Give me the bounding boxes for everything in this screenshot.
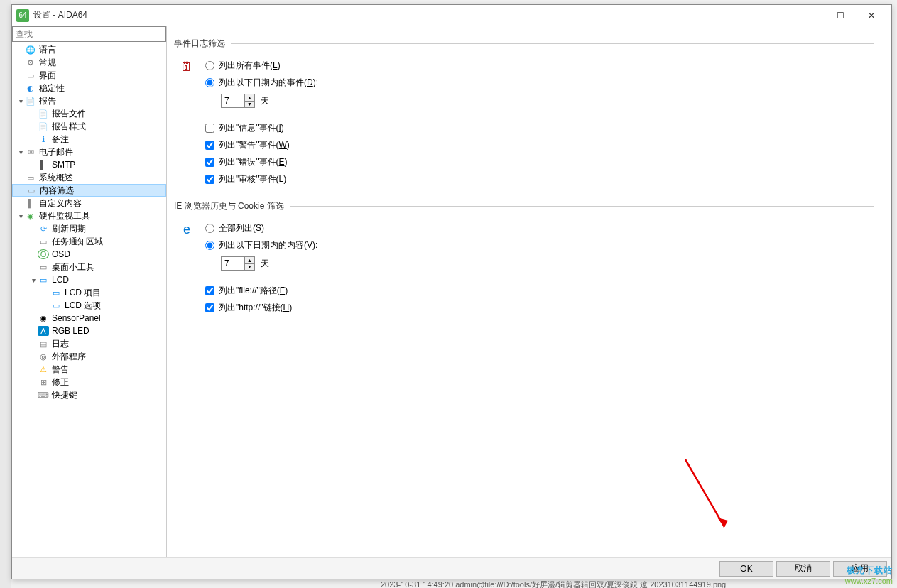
tree-item-自定义内容[interactable]: ▌自定义内容	[12, 197, 166, 209]
dialog-footer: OK 取消 应用	[12, 557, 891, 579]
tree-item-警告[interactable]: ⚠警告	[12, 363, 166, 376]
radio-list-all-ie[interactable]: 全部列出(S)	[205, 219, 874, 236]
search-box[interactable]	[12, 26, 166, 42]
tree-label: 任务通知区域	[52, 236, 103, 248]
spin-down-icon[interactable]: ▼	[245, 102, 254, 108]
tree-icon: 📄	[38, 121, 49, 131]
tree-label: 常规	[39, 57, 56, 69]
check-warning-input[interactable]	[205, 141, 214, 150]
tree-icon: ▭	[25, 173, 36, 183]
tree-item-LCD[interactable]: ▾▭LCD	[12, 273, 166, 286]
radio-list-days-ie[interactable]: 列出以下日期内的内容(V):	[205, 236, 874, 254]
spin-up-icon[interactable]: ▲	[245, 257, 254, 264]
spin-down-icon[interactable]: ▼	[245, 264, 254, 271]
check-audit-input[interactable]	[205, 175, 214, 184]
tree-label: 日志	[52, 338, 69, 350]
tree-item-外部程序[interactable]: ◎外部程序	[12, 350, 166, 363]
settings-window: 64 设置 - AIDA64 ─ ☐ ✕ 🌐语言⚙常规▭界面◐稳定性▾📄报告📄报…	[11, 4, 892, 579]
apply-button[interactable]: 应用	[833, 561, 887, 577]
tree-item-报告样式[interactable]: 📄报告样式	[12, 120, 166, 133]
check-error-input[interactable]	[205, 158, 214, 167]
collapse-icon[interactable]: ▾	[16, 97, 25, 105]
close-button[interactable]: ✕	[856, 6, 887, 26]
tree-label: 界面	[39, 70, 56, 82]
event-days-input[interactable]	[221, 94, 245, 108]
tree-item-硬件监视工具[interactable]: ▾◉硬件监视工具	[12, 209, 166, 222]
tree-item-系统概述[interactable]: ▭系统概述	[12, 171, 166, 184]
collapse-icon[interactable]: ▾	[29, 276, 38, 284]
tree-item-电子邮件[interactable]: ▾✉电子邮件	[12, 146, 166, 158]
tree-item-内容筛选[interactable]: ▭内容筛选	[12, 184, 166, 197]
tree-icon: ▭	[50, 300, 62, 310]
tree-item-日志[interactable]: ▤日志	[12, 337, 166, 350]
tree-item-RGB LED[interactable]: ARGB LED	[12, 325, 166, 337]
tree-icon: ℹ	[38, 134, 49, 144]
collapse-icon[interactable]: ▾	[16, 212, 25, 220]
ie-days-input[interactable]	[221, 256, 245, 271]
tree-item-SMTP[interactable]: ▌SMTP	[12, 158, 166, 171]
tree-icon: ⌨	[38, 390, 49, 400]
tree-icon: ⚠	[38, 364, 49, 374]
search-input[interactable]	[16, 29, 163, 39]
tree-item-稳定性[interactable]: ◐稳定性	[12, 82, 166, 94]
check-info-input[interactable]	[205, 124, 214, 133]
check-file-paths[interactable]: 列出"file://"路径(F)	[205, 282, 874, 299]
check-audit-events[interactable]: 列出"审核"事件(L)	[205, 170, 874, 187]
tree-label: 系统概述	[39, 172, 73, 184]
svg-marker-1	[717, 518, 728, 527]
check-error-events[interactable]: 列出"错误"事件(E)	[205, 153, 874, 170]
tree-item-LCD 选项[interactable]: ▭LCD 选项	[12, 299, 166, 312]
tree-label: LCD	[52, 275, 69, 285]
event-days-spinner[interactable]: ▲▼	[221, 94, 255, 108]
tree-item-修正[interactable]: ⊞修正	[12, 376, 166, 388]
status-bar: 2023-10-31 14:49:20 admin@file:///D:/too…	[11, 579, 892, 588]
radio-list-all-events-input[interactable]	[205, 61, 214, 70]
radio-list-all-events[interactable]: 列出所有事件(L)	[205, 57, 874, 74]
check-info-events[interactable]: 列出"信息"事件(I)	[205, 119, 874, 136]
check-http-links[interactable]: 列出"http://"链接(H)	[205, 299, 874, 316]
radio-list-days-ie-input[interactable]	[205, 241, 214, 250]
tree-icon: ⚙	[25, 58, 36, 67]
tree-icon: 📄	[25, 96, 36, 106]
ie-days-spinner[interactable]: ▲▼	[221, 256, 255, 271]
titlebar: 64 设置 - AIDA64 ─ ☐ ✕	[12, 5, 891, 26]
edge-icon: e	[177, 219, 197, 239]
tree-icon: ◉	[25, 211, 36, 221]
tree-item-LCD 项目[interactable]: ▭LCD 项目	[12, 286, 166, 299]
check-file-input[interactable]	[205, 286, 214, 295]
tree-item-SensorPanel[interactable]: ◉SensorPanel	[12, 312, 166, 325]
radio-list-all-ie-input[interactable]	[205, 224, 214, 233]
tree-item-快捷键[interactable]: ⌨快捷键	[12, 388, 166, 401]
radio-list-days-events[interactable]: 列出以下日期内的事件(D):	[205, 74, 874, 91]
tree-label: SensorPanel	[52, 313, 101, 323]
tree-label: 自定义内容	[39, 197, 82, 209]
tree-item-常规[interactable]: ⚙常规	[12, 56, 166, 69]
minimize-button[interactable]: ─	[793, 6, 825, 26]
group-header-eventlog: 事件日志筛选	[174, 38, 874, 50]
tree-icon: ⟳	[38, 224, 49, 234]
tree-label: 内容筛选	[40, 185, 74, 197]
collapse-icon[interactable]: ▾	[16, 148, 25, 156]
radio-list-days-events-input[interactable]	[205, 78, 214, 87]
cancel-button[interactable]: 取消	[776, 561, 830, 577]
spin-up-icon[interactable]: ▲	[245, 94, 254, 102]
left-strip	[0, 0, 11, 588]
tree-label: RGB LED	[52, 326, 89, 336]
arrow-annotation-icon	[678, 452, 735, 538]
maximize-button[interactable]: ☐	[825, 6, 856, 26]
tree-item-语言[interactable]: 🌐语言	[12, 43, 166, 56]
tree-item-报告文件[interactable]: 📄报告文件	[12, 107, 166, 120]
tree-icon: 📄	[38, 109, 49, 119]
check-http-input[interactable]	[205, 303, 214, 312]
tree-item-OSD[interactable]: OOSD	[12, 248, 166, 261]
tree-item-任务通知区域[interactable]: ▭任务通知区域	[12, 235, 166, 248]
tree-item-桌面小工具[interactable]: ▭桌面小工具	[12, 261, 166, 273]
window-title: 设置 - AIDA64	[33, 9, 87, 21]
tree-item-报告[interactable]: ▾📄报告	[12, 94, 166, 107]
tree-item-备注[interactable]: ℹ备注	[12, 133, 166, 146]
tree-item-界面[interactable]: ▭界面	[12, 69, 166, 82]
check-warning-events[interactable]: 列出"警告"事件(W)	[205, 136, 874, 153]
tree-label: 语言	[39, 44, 56, 56]
tree-item-刷新周期[interactable]: ⟳刷新周期	[12, 222, 166, 235]
ok-button[interactable]: OK	[719, 561, 773, 577]
